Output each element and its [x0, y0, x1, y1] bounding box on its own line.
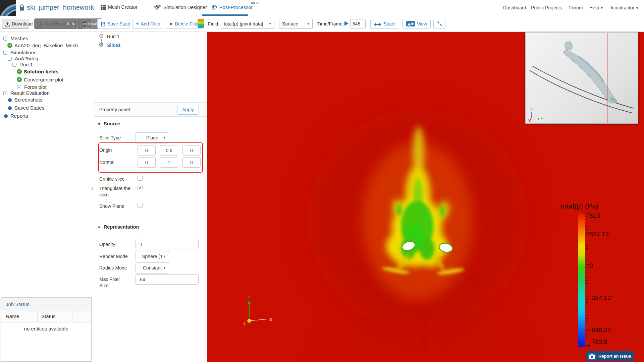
- collapse-arrows-button[interactable]: [433, 19, 445, 29]
- field-select-value: total(p) [point-data]: [224, 21, 263, 26]
- plus-icon: +: [136, 19, 139, 28]
- gears-icon: [154, 4, 161, 11]
- origin-y-input[interactable]: [160, 145, 178, 156]
- axis-z-label: Z: [530, 108, 533, 112]
- origin-x-input[interactable]: [138, 145, 156, 156]
- dot-icon: [8, 106, 12, 110]
- chevron-down-icon: ▼: [600, 6, 603, 10]
- download-button[interactable]: Download: [2, 19, 29, 29]
- colormap-button[interactable]: [198, 19, 204, 28]
- nav-link-public-projects[interactable]: Public Projects: [531, 5, 562, 10]
- normal-x-input[interactable]: [138, 157, 156, 168]
- job-status-table-header: Name Status: [1, 311, 91, 322]
- model-preview-inset[interactable]: Z X Y: [525, 32, 638, 124]
- tab-simulation-designer[interactable]: Simulation Designer: [154, 4, 207, 11]
- chevron-down-icon: ▼: [163, 133, 166, 143]
- origin-z-input[interactable]: [182, 145, 201, 156]
- opacity-input[interactable]: [136, 239, 199, 249]
- show-plane-label: Show Plane: [99, 203, 124, 209]
- view-button[interactable]: View: [402, 19, 431, 29]
- camera-icon: [588, 353, 596, 360]
- column-divider: [37, 311, 38, 322]
- inset-axis-glyph: Z X Y: [528, 108, 543, 123]
- add-filter-button[interactable]: +Add Filter: [132, 19, 163, 29]
- image-icon: [406, 20, 415, 29]
- representation-section-header[interactable]: ▼Representation: [97, 224, 139, 230]
- max-pixel-size-input[interactable]: [136, 274, 199, 285]
- delete-filter-button[interactable]: ×Delete Filter: [166, 19, 202, 29]
- report-issue-button[interactable]: Report an issue: [586, 351, 634, 361]
- surface-select[interactable]: Surface ▼: [279, 19, 313, 29]
- slice-type-label: Slice Type: [99, 135, 121, 141]
- legend-tick-label: -648.24: [589, 326, 611, 334]
- collapse-icon[interactable]: −: [3, 37, 7, 41]
- nav-link-help[interactable]: Help▼: [589, 5, 603, 10]
- tab-post-processor[interactable]: Post-Processor: [211, 4, 253, 11]
- axis-z-label: Z: [247, 295, 250, 300]
- play-icon[interactable]: [343, 21, 349, 27]
- collapse-icon[interactable]: −: [3, 91, 7, 95]
- chevron-down-icon: ▼: [307, 19, 310, 28]
- nav-link-forum[interactable]: Forum: [569, 5, 583, 10]
- save-state-button[interactable]: Save State: [97, 19, 129, 29]
- top-navbar: ski_jumper_homework Mesh Creator: [0, 0, 644, 16]
- field-select[interactable]: total(p) [point-data] ▼: [221, 19, 274, 29]
- scale-button[interactable]: Scale: [370, 19, 399, 29]
- ski-line: [530, 70, 632, 113]
- source-section-header[interactable]: ▼Source: [97, 121, 120, 126]
- radius-mode-select[interactable]: Constant▼: [136, 262, 169, 274]
- beta-badge: BETA: [251, 1, 259, 4]
- property-panel-title: Property panel: [99, 107, 130, 112]
- legend-title: total(p) (Pa): [561, 202, 598, 210]
- render-mode-select[interactable]: Sphere (1▼: [136, 251, 169, 262]
- ski-line: [532, 66, 634, 108]
- triangulate-checkbox[interactable]: ✔: [138, 185, 143, 190]
- help-label: Help: [589, 5, 599, 10]
- timeframe-input[interactable]: [350, 19, 366, 28]
- property-panel: ‖ Run 1 Slice1 Property panel Apply ▼Sou…: [94, 32, 207, 362]
- chevron-down-icon: ▼: [269, 19, 272, 28]
- radius-mode-label: Radius Mode: [99, 265, 127, 271]
- show-plane-checkbox[interactable]: [138, 203, 143, 208]
- crinkle-slice-checkbox[interactable]: [138, 176, 143, 181]
- nav-user-menu[interactable]: kcontractor▼: [611, 5, 639, 10]
- simscale-logo[interactable]: [0, 0, 16, 16]
- dot-icon: [8, 98, 12, 102]
- job-status-panel: Job Status Name Status no entities avail…: [1, 297, 92, 362]
- view-label: View: [417, 21, 427, 26]
- save-icon: [101, 20, 105, 29]
- pipeline-node-icon[interactable]: [99, 34, 103, 38]
- axis-x-label: X: [528, 119, 531, 123]
- post-processor-toolbar: Download Get ParaView® ts to ur local ma: [0, 16, 644, 32]
- nav-link-dashboard[interactable]: Dashboard: [503, 5, 526, 10]
- lock-icon: [19, 4, 24, 12]
- tab-simulation-designer-label: Simulation Designer: [163, 5, 207, 10]
- legend-tick-label: -324.12: [589, 294, 611, 302]
- tab-mesh-creator[interactable]: Mesh Creator: [101, 4, 138, 11]
- pipeline-node-icon[interactable]: [99, 43, 103, 47]
- project-title: ski_jumper_homework: [27, 4, 94, 11]
- property-panel-header: Property panel Apply: [94, 102, 207, 117]
- chevron-down-icon: ▼: [163, 251, 166, 262]
- collapse-icon[interactable]: −: [12, 63, 16, 67]
- expand-icon[interactable]: +: [17, 85, 21, 89]
- tab-post-processor-label: Post-Processor: [219, 5, 253, 10]
- slice-type-select[interactable]: Plane▼: [136, 132, 169, 143]
- panel-resize-handle[interactable]: ‖: [92, 187, 93, 191]
- job-status-title: Job Status: [1, 298, 91, 311]
- pipeline-run-node[interactable]: Run 1: [107, 34, 119, 39]
- apply-button[interactable]: Apply: [177, 105, 199, 115]
- normal-y-input[interactable]: [160, 157, 178, 168]
- legend-tick-label: 324.12: [589, 231, 609, 238]
- collapse-icon[interactable]: −: [3, 51, 7, 55]
- collapse-icon[interactable]: −: [8, 57, 12, 61]
- scale-label: Scale: [383, 21, 395, 26]
- add-filter-label: Add Filter: [141, 21, 161, 26]
- pipeline-slice-node[interactable]: Slice1: [107, 43, 120, 48]
- tooltip-text-fragment: ts to: [67, 21, 75, 26]
- ski-jumper-model: [563, 41, 618, 104]
- normal-z-input[interactable]: [182, 157, 201, 168]
- user-label: kcontractor: [611, 5, 634, 10]
- opacity-label: Opacity: [99, 241, 115, 248]
- crinkle-slice-label: Crinkle slice: [99, 176, 124, 182]
